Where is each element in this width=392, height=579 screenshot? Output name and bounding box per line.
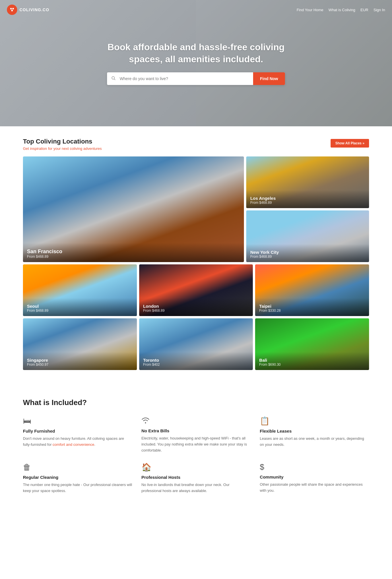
svg-point-2 (11, 10, 13, 11)
included-title: What is Included? (23, 398, 369, 407)
included-grid: 🛏 Fully Furnished Don't move around on h… (23, 416, 369, 494)
seoul-price: From $468.89 (27, 309, 133, 313)
location-card-london[interactable]: London From $468.89 (139, 264, 253, 316)
seoul-overlay: Seoul From $468.89 (23, 298, 137, 316)
search-icon-wrap (107, 72, 120, 85)
hosts-name: Professional Hosts (141, 475, 251, 480)
singapore-overlay: Singapore From $450.97 (23, 352, 137, 370)
svg-line-4 (114, 79, 115, 80)
nyc-city: New York City (250, 250, 365, 255)
show-all-places-button[interactable]: Show All Places » (331, 139, 369, 148)
section-subtitle: Get inspiration for your next coliving a… (23, 146, 102, 151)
nav-find-home[interactable]: Find Your Home (297, 8, 323, 12)
bali-price: From $690.30 (259, 363, 365, 367)
hero-title: Book affordable and hassle-free coliving… (96, 41, 296, 65)
community-desc: Other passionate people will share the s… (260, 482, 369, 494)
furnished-icon: 🛏 (23, 416, 132, 426)
singapore-price: From $450.97 (27, 363, 133, 367)
location-card-la[interactable]: Los Angeles From $468.89 (246, 156, 369, 208)
hosts-icon: 🏠 (141, 462, 251, 472)
included-cleaning: 🗑 Regular Cleaning The number one thing … (23, 462, 132, 494)
furnished-desc: Don't move around on heavy furniture. Al… (23, 436, 132, 448)
community-icon: $ (260, 462, 369, 472)
logo[interactable]: COLIVING.CO (7, 5, 49, 15)
section-header: Top Coliving Locations Get inspiration f… (23, 138, 369, 151)
nyc-overlay: New York City From $468.89 (246, 244, 369, 262)
la-price: From $468.89 (250, 201, 365, 205)
cleaning-icon: 🗑 (23, 462, 132, 472)
cleaning-desc: The number one thing people hate - Our p… (23, 482, 132, 494)
furnished-name: Fully Furnished (23, 429, 132, 433)
logo-text: COLIVING.CO (20, 7, 49, 12)
locations-row2: Seoul From $468.89 London From $468.89 T… (23, 264, 369, 316)
location-card-nyc[interactable]: New York City From $468.89 (246, 210, 369, 262)
taipei-overlay: Taipei From $330.28 (255, 298, 369, 316)
navigation: COLIVING.CO Find Your Home What is Coliv… (0, 0, 392, 20)
london-city: London (143, 304, 249, 309)
sf-overlay: San Francisco From $468.89 (23, 243, 244, 262)
nav-currency[interactable]: EUR (360, 8, 368, 12)
search-input[interactable] (120, 72, 253, 85)
search-icon (111, 76, 116, 82)
leases-icon: 📋 (260, 416, 369, 426)
bills-name: No Extra Bills (141, 428, 251, 433)
community-name: Community (260, 475, 369, 479)
included-leases: 📋 Flexible Leases Leases are as short as… (260, 416, 369, 453)
included-furnished: 🛏 Fully Furnished Don't move around on h… (23, 416, 132, 453)
sf-city: San Francisco (27, 249, 240, 255)
leases-name: Flexible Leases (260, 429, 369, 433)
bali-city: Bali (259, 358, 365, 363)
find-now-button[interactable]: Find Now (253, 72, 285, 85)
leases-desc: Leases are as short as one week, a month… (260, 436, 369, 448)
sf-price: From $468.89 (27, 255, 240, 259)
wifi-svg (141, 417, 150, 423)
logo-svg (9, 7, 15, 13)
nav-what-is-coliving[interactable]: What is Coliving (329, 8, 355, 12)
location-card-singapore[interactable]: Singapore From $450.97 (23, 318, 137, 370)
toronto-price: From $402 (143, 363, 249, 367)
location-card-bali[interactable]: Bali From $690.30 (255, 318, 369, 370)
taipei-price: From $330.28 (259, 309, 365, 313)
hosts-desc: No live-in landlords that breathe down y… (141, 482, 251, 494)
bills-icon (141, 416, 251, 425)
nav-links: Find Your Home What is Coliving EUR Sign… (297, 8, 385, 12)
location-card-seoul[interactable]: Seoul From $468.89 (23, 264, 137, 316)
logo-icon (7, 5, 17, 15)
section-title: Top Coliving Locations (23, 138, 102, 145)
included-community: $ Community Other passionate people will… (260, 462, 369, 494)
london-price: From $468.89 (143, 309, 249, 313)
cleaning-name: Regular Cleaning (23, 475, 132, 480)
svg-point-0 (10, 8, 12, 9)
locations-row3: Singapore From $450.97 Toronto From $402… (23, 318, 369, 370)
search-bar: Find Now (107, 72, 285, 85)
locations-section: Top Coliving Locations Get inspiration f… (0, 126, 392, 384)
subtitle-text: Get inspiration for your next (23, 146, 70, 151)
location-card-taipei[interactable]: Taipei From $330.28 (255, 264, 369, 316)
la-city: Los Angeles (250, 196, 365, 201)
hero-content: Book affordable and hassle-free coliving… (84, 41, 308, 65)
seoul-city: Seoul (27, 304, 133, 309)
london-overlay: London From $468.89 (139, 298, 253, 316)
toronto-city: Toronto (143, 358, 249, 363)
location-card-toronto[interactable]: Toronto From $402 (139, 318, 253, 370)
svg-point-3 (112, 76, 115, 79)
section-header-left: Top Coliving Locations Get inspiration f… (23, 138, 102, 151)
singapore-city: Singapore (27, 358, 133, 363)
included-bills: No Extra Bills Electricity, water, house… (141, 416, 251, 453)
bali-overlay: Bali From $690.30 (255, 352, 369, 370)
bills-desc: Electricity, water, housekeeping and hig… (141, 435, 251, 453)
nyc-price: From $468.89 (250, 255, 365, 259)
toronto-overlay: Toronto From $402 (139, 352, 253, 370)
la-overlay: Los Angeles From $468.89 (246, 190, 369, 208)
included-section: What is Included? 🛏 Fully Furnished Don'… (0, 384, 392, 506)
included-hosts: 🏠 Professional Hosts No live-in landlord… (141, 462, 251, 494)
locations-top-grid: San Francisco From $468.89 Los Angeles F… (23, 156, 369, 262)
taipei-city: Taipei (259, 304, 365, 309)
location-card-sf[interactable]: San Francisco From $468.89 (23, 156, 244, 262)
svg-point-1 (12, 8, 14, 9)
nav-sign-in[interactable]: Sign In (374, 8, 385, 12)
